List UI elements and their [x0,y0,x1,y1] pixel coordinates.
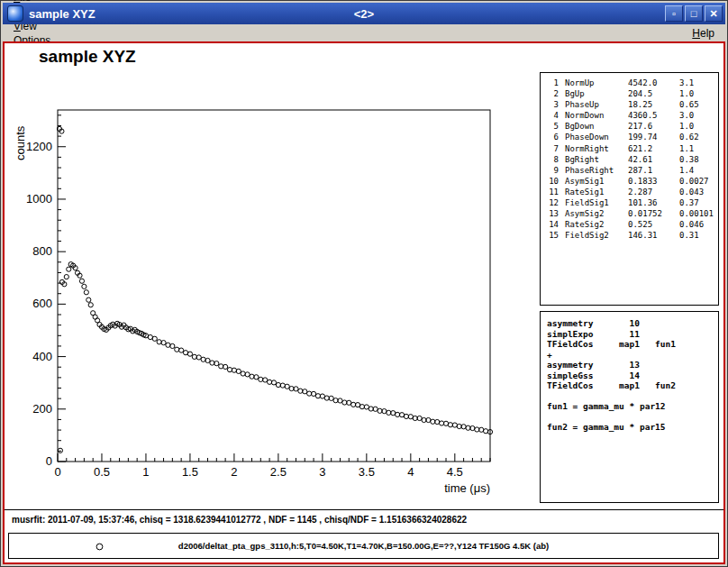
param-row: 13AsymSig20.017520.00101 [544,208,718,219]
svg-text:2.5: 2.5 [270,465,287,479]
svg-text:4: 4 [407,465,414,479]
svg-text:600: 600 [32,297,52,310]
param-row: 5BgDown217.61.0 [544,121,718,132]
theory-line: simpleGss 14 [547,370,718,381]
svg-text:1.5: 1.5 [182,465,198,479]
theory-line [547,412,718,423]
theory-line: TFieldCos map1 fun2 [547,380,718,391]
theory-line: fun2 = gamma_mu * par15 [547,422,718,433]
svg-text:1200: 1200 [26,140,52,153]
param-row: 9PhaseRight287.11.4 [544,165,718,176]
param-row: 14RateSig20.5250.046 [544,219,718,230]
menubar: FileEditViewOptionsToolsMusrfit Help [3,24,725,41]
theory-line: + [547,350,718,361]
window-instance: <2> [3,7,725,21]
legend-text: d2006/deltat_pta_gps_3110,h:5,T0=4.50K,T… [9,541,718,551]
svg-text:0: 0 [46,454,52,468]
svg-text:1: 1 [142,465,149,479]
theory-line: simplExpo 11 [547,329,718,340]
param-row: 6PhaseDown199.740.62 [544,132,718,142]
param-row: 1NormUp4542.03.1 [544,78,718,88]
param-row: 15FieldSig2146.310.31 [544,230,718,241]
svg-text:2: 2 [231,465,237,479]
svg-text:3: 3 [319,465,325,479]
theory-line: TFieldCos map1 fun1 [547,339,718,350]
svg-text:time (μs): time (μs) [444,481,490,495]
theory-box[interactable]: asymmetry 10simplExpo 11TFieldCos map1 f… [540,311,719,503]
param-row: 4NormDown4360.53.0 [544,110,718,121]
window-controls: ▫ □ ✕ [663,5,723,22]
svg-text:counts: counts [14,125,27,160]
param-row: 8BgRight42.610.38 [544,154,718,165]
theory-line [547,391,718,402]
menu-help[interactable]: Help [686,26,721,41]
param-row: 12FieldSig1101.360.37 [544,197,718,208]
svg-text:4.5: 4.5 [447,465,463,479]
close-button[interactable]: ✕ [705,5,723,22]
app-icon[interactable] [7,5,23,22]
pad-separator [5,509,723,510]
svg-text:800: 800 [32,244,52,258]
svg-text:1000: 1000 [26,192,52,206]
window-title: sample XYZ [29,7,96,21]
menubar-right: Help [686,26,721,41]
parameter-box[interactable]: 1NormUp4542.03.12BgUp204.51.03PhaseUp18.… [540,72,719,306]
param-row: 7NormRight621.21.1 [544,143,718,154]
theory-line: fun1 = gamma_mu * par12 [547,401,718,412]
app-window: sample XYZ <2> ▫ □ ✕ FileEditViewOptions… [0,0,728,567]
svg-text:200: 200 [32,402,52,416]
minimize-button[interactable]: ▫ [665,5,683,22]
param-row: 11RateSig12.2870.043 [544,187,718,197]
maximize-button[interactable]: □ [685,5,703,22]
theory-line: asymmetry 10 [547,318,718,329]
legend-marker-icon [95,542,105,552]
root-canvas[interactable]: sample XYZ 00.511.522.533.544.5020040060… [3,41,725,564]
legend-box[interactable]: d2006/deltat_pta_gps_3110,h:5,T0=4.50K,T… [8,533,719,559]
fit-status-line: musrfit: 2011-07-09, 15:37:46, chisq = 1… [12,515,467,525]
theory-line: asymmetry 13 [547,360,718,370]
param-row: 10AsymSig10.18330.0027 [544,176,718,187]
svg-text:0: 0 [54,465,60,479]
svg-text:0.5: 0.5 [94,465,110,479]
svg-text:3.5: 3.5 [359,465,375,479]
param-row: 2BgUp204.51.0 [544,88,718,99]
plot-area[interactable]: 00.511.522.533.544.502004006008001000120… [5,43,509,512]
param-row: 3PhaseUp18.250.65 [544,99,718,110]
svg-text:400: 400 [32,350,52,363]
titlebar[interactable]: sample XYZ <2> ▫ □ ✕ [3,3,725,24]
